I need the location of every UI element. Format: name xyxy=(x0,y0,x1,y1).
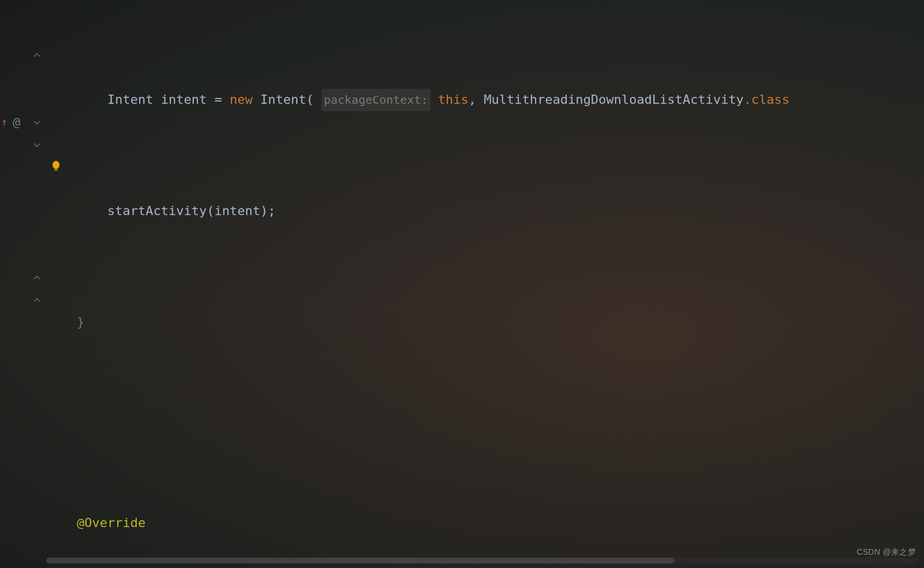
brace-close: } xyxy=(77,311,84,334)
code-line[interactable]: @Override xyxy=(46,512,924,535)
argument: intent xyxy=(214,200,260,223)
parameter-hint: packageContext: xyxy=(321,89,431,111)
gutter-row-onclick: ↑ @ xyxy=(0,111,46,134)
code-editor: ↑ @ xyxy=(0,0,924,568)
override-gutter-icon[interactable]: @ xyxy=(13,111,20,134)
gutter-row-case1 xyxy=(0,156,46,178)
code-line[interactable]: } xyxy=(46,311,924,334)
fold-handle-method-end[interactable] xyxy=(0,44,46,67)
fold-up-icon xyxy=(33,52,40,59)
scrollbar-thumb[interactable] xyxy=(46,558,674,563)
watermark-text: CSDN @来之梦 xyxy=(857,541,916,563)
fold-up-icon xyxy=(33,297,40,304)
fold-up-icon xyxy=(33,274,40,281)
paren-open: ( xyxy=(306,89,321,111)
code-line-blank[interactable] xyxy=(46,401,924,423)
annotation: @Override xyxy=(77,512,145,535)
type-name: Intent xyxy=(107,89,153,111)
fold-down-icon xyxy=(33,119,40,126)
operator: = xyxy=(207,89,230,111)
keyword-this: this xyxy=(438,89,469,111)
horizontal-scrollbar[interactable] xyxy=(46,558,918,563)
comma: , xyxy=(469,89,484,111)
vcs-incoming-icon[interactable]: ↑ xyxy=(1,111,8,134)
editor-gutter: ↑ @ xyxy=(0,0,46,568)
code-line[interactable]: startActivity ( intent ); xyxy=(46,200,924,223)
dot-class: .class xyxy=(744,89,790,111)
method-call: startActivity xyxy=(107,200,207,223)
code-area[interactable]: Intent intent = new Intent ( packageCont… xyxy=(46,0,924,568)
class-ref: MultithreadingDownloadListActivity xyxy=(484,89,743,111)
variable-name: intent xyxy=(161,89,207,111)
code-line[interactable]: Intent intent = new Intent ( packageCont… xyxy=(46,89,924,111)
keyword-new: new xyxy=(230,89,253,111)
fold-down-icon xyxy=(33,141,40,148)
constructor-name: Intent xyxy=(260,89,306,111)
fold-handle-switch-end[interactable] xyxy=(0,267,46,289)
fold-handle-onclick-end[interactable] xyxy=(0,289,46,312)
fold-handle-switch[interactable] xyxy=(0,134,46,156)
